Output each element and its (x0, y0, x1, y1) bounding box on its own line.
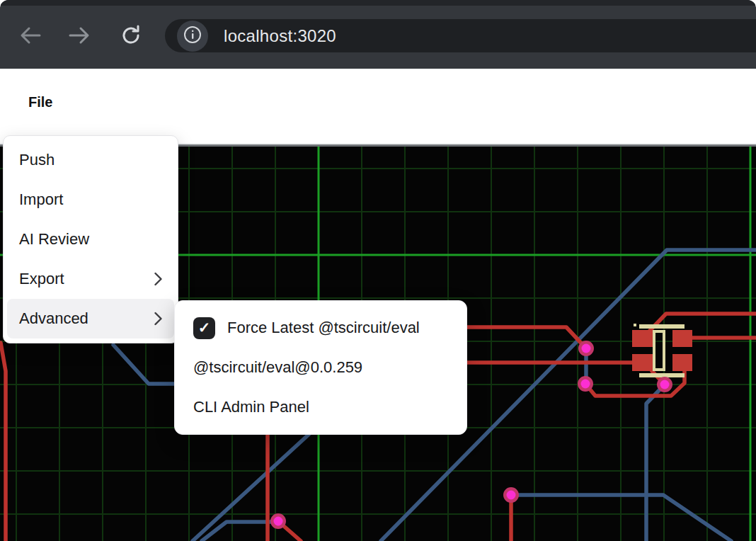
force-latest-checkbox[interactable]: ✓ (193, 317, 215, 339)
browser-window: localhost:3020 File Push Import AI Revie… (0, 0, 756, 541)
forward-button[interactable] (67, 23, 92, 49)
menu-item-label: AI Review (19, 230, 89, 249)
menu-item-advanced[interactable]: Advanced (7, 299, 174, 338)
reload-button[interactable] (118, 23, 144, 49)
back-arrow-icon (20, 26, 41, 47)
menu-item-push[interactable]: Push (7, 140, 174, 180)
submenu-item-label: CLI Admin Panel (193, 398, 309, 416)
back-button[interactable] (18, 23, 43, 49)
menu-item-ai-review[interactable]: AI Review (7, 220, 174, 259)
file-dropdown-menu: Push Import AI Review Export Advanced (3, 135, 178, 343)
info-icon (183, 25, 202, 46)
menu-item-export[interactable]: Export (7, 259, 174, 299)
browser-toolbar: localhost:3020 (0, 0, 756, 69)
checkmark-icon: ✓ (198, 319, 211, 336)
submenu-item-label: @tscircuit/eval@0.0.259 (193, 358, 362, 377)
page-header: File (0, 69, 756, 143)
advanced-submenu: ✓ Force Latest @tscircuit/eval @tscircui… (174, 300, 467, 435)
url-bar[interactable]: localhost:3020 (165, 19, 756, 52)
menu-item-label: Push (19, 151, 55, 169)
menu-item-label: Import (19, 190, 63, 209)
url-text[interactable]: localhost:3020 (224, 26, 336, 46)
menu-item-import[interactable]: Import (7, 180, 174, 220)
menu-item-label: Export (19, 270, 64, 288)
submenu-item-force-latest[interactable]: ✓ Force Latest @tscircuit/eval (175, 308, 466, 348)
forward-arrow-icon (69, 26, 90, 47)
submenu-item-eval-version[interactable]: @tscircuit/eval@0.0.259 (175, 348, 466, 387)
menu-item-label: Advanced (19, 309, 88, 328)
chevron-right-icon (154, 272, 162, 286)
chevron-right-icon (154, 312, 162, 326)
reload-icon (120, 25, 142, 48)
submenu-item-cli-admin-panel[interactable]: CLI Admin Panel (175, 387, 466, 427)
submenu-item-label: Force Latest @tscircuit/eval (227, 319, 420, 337)
site-info-button[interactable] (177, 21, 208, 52)
file-menu-button[interactable]: File (28, 94, 52, 110)
window-title-strip (0, 0, 756, 6)
